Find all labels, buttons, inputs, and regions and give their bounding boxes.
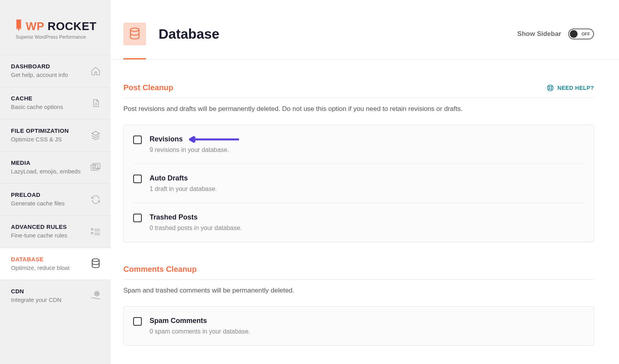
- svg-point-13: [549, 86, 552, 89]
- sidebar: WP ROCKET Superior WordPress Performance…: [0, 0, 111, 364]
- toggle-knob: [570, 30, 578, 38]
- checkbox-spam-comments[interactable]: [133, 317, 142, 326]
- toggle-state-label: OFF: [582, 32, 590, 36]
- show-sidebar-label: Show Sidebar: [517, 30, 561, 38]
- sidebar-item-sub: Optimize CSS & JS: [11, 136, 69, 143]
- option-sub: 0 trashed posts in your database.: [150, 225, 242, 232]
- sidebar-item-label: DATABASE: [11, 256, 70, 262]
- post-cleanup-options: Revisions 9 revisions in your database. …: [123, 125, 594, 242]
- option-spam-comments: Spam Comments 0 spam comments in your da…: [133, 307, 584, 345]
- section-title: Comments Cleanup: [123, 265, 197, 274]
- checkbox-auto-drafts[interactable]: [133, 175, 142, 183]
- sidebar-item-advanced-rules[interactable]: ADVANCED RULES Fine-tune cache rules: [0, 215, 111, 247]
- section-post-cleanup: Post Cleanup NEED HELP? Post revisions a…: [123, 83, 594, 242]
- option-sub: 1 draft in your database.: [150, 186, 217, 193]
- logo-tagline: Superior WordPress Performance: [16, 34, 100, 40]
- option-trashed-posts: Trashed Posts 0 trashed posts in your da…: [133, 203, 584, 242]
- home-icon: [90, 66, 101, 77]
- lifebuoy-icon: [546, 84, 554, 92]
- main-content: Database Show Sidebar OFF Post Cleanup: [111, 0, 619, 364]
- sidebar-item-sub: Generate cache files: [11, 200, 65, 207]
- option-sub: 0 spam comments in your database.: [150, 328, 250, 335]
- sidebar-item-sub: Integrate your CDN: [11, 296, 61, 304]
- svg-point-11: [130, 28, 139, 32]
- page-title: Database: [159, 26, 219, 42]
- sidebar-item-media[interactable]: MEDIA LazyLoad, emojis, embeds: [0, 151, 111, 183]
- svg-point-9: [92, 259, 99, 262]
- sidebar-item-database[interactable]: DATABASE Optimize, reduce bloat: [0, 248, 111, 280]
- svg-line-17: [551, 89, 553, 90]
- option-title: Trashed Posts: [150, 213, 242, 221]
- comments-cleanup-options: Spam Comments 0 spam comments in your da…: [123, 306, 594, 346]
- svg-rect-3: [91, 228, 93, 230]
- list-settings-icon: [90, 226, 101, 237]
- option-title: Spam Comments: [150, 317, 250, 325]
- need-help-label: NEED HELP?: [557, 85, 594, 91]
- checkbox-revisions[interactable]: [133, 136, 142, 144]
- section-title: Post Cleanup: [123, 83, 173, 92]
- svg-rect-4: [91, 232, 93, 234]
- rocket-logo-icon: [15, 20, 23, 33]
- sidebar-item-label: CDN: [11, 288, 61, 294]
- svg-point-2: [95, 165, 96, 166]
- layers-icon: [90, 130, 101, 141]
- logo-part1: WP: [26, 20, 44, 32]
- globe-hand-icon: [90, 290, 101, 301]
- sidebar-item-label: CACHE: [11, 95, 63, 102]
- sidebar-item-label: MEDIA: [11, 159, 80, 166]
- svg-line-14: [548, 86, 549, 87]
- document-icon: [90, 98, 101, 109]
- page-header: Database Show Sidebar OFF: [111, 0, 619, 60]
- sidebar-item-sub: Basic cache options: [11, 103, 63, 111]
- sidebar-item-label: FILE OPTIMIZATION: [11, 127, 69, 134]
- show-sidebar-toggle[interactable]: OFF: [568, 29, 594, 39]
- option-title: Auto Drafts: [150, 174, 217, 182]
- option-revisions: Revisions 9 revisions in your database.: [133, 125, 584, 164]
- svg-line-15: [551, 86, 553, 87]
- database-icon: [90, 258, 101, 269]
- sidebar-item-sub: Fine-tune cache rules: [11, 232, 67, 239]
- sidebar-item-cdn[interactable]: CDN Integrate your CDN: [0, 280, 111, 312]
- option-auto-drafts: Auto Drafts 1 draft in your database.: [133, 164, 584, 203]
- sidebar-item-sub: Get help, account info: [11, 71, 68, 79]
- svg-line-16: [548, 89, 549, 90]
- section-desc: Post revisions and drafts will be perman…: [123, 105, 594, 113]
- sidebar-item-label: ADVANCED RULES: [11, 223, 67, 230]
- images-icon: [90, 162, 101, 173]
- sidebar-item-label: DASHBOARD: [11, 63, 68, 70]
- option-title: Revisions: [150, 135, 183, 143]
- checkbox-trashed-posts[interactable]: [133, 214, 142, 222]
- sidebar-item-label: PRELOAD: [11, 191, 65, 198]
- option-sub: 9 revisions in your database.: [150, 146, 240, 153]
- logo-block: WP ROCKET Superior WordPress Performance: [0, 0, 111, 55]
- section-desc: Spam and trashed comments will be perman…: [123, 287, 594, 294]
- sidebar-item-sub: Optimize, reduce bloat: [11, 264, 70, 272]
- section-comments-cleanup: Comments Cleanup Spam and trashed commen…: [123, 265, 594, 346]
- refresh-icon: [90, 194, 101, 205]
- page-header-icon: [123, 23, 146, 45]
- sidebar-item-cache[interactable]: CACHE Basic cache options: [0, 87, 111, 119]
- logo-part2: ROCKET: [48, 20, 96, 32]
- sidebar-item-preload[interactable]: PRELOAD Generate cache files: [0, 183, 111, 215]
- sidebar-item-file-optimization[interactable]: FILE OPTIMIZATION Optimize CSS & JS: [0, 119, 111, 151]
- sidebar-item-dashboard[interactable]: DASHBOARD Get help, account info: [0, 55, 111, 87]
- sidebar-item-sub: LazyLoad, emojis, embeds: [11, 168, 80, 175]
- logo: WP ROCKET: [15, 20, 100, 33]
- annotation-arrow-icon: [189, 136, 240, 143]
- need-help-link[interactable]: NEED HELP?: [546, 84, 594, 92]
